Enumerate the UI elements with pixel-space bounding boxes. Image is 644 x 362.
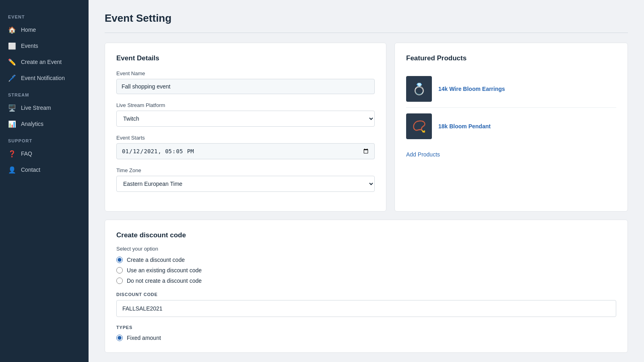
live-stream-icon: 🖥️ [8,104,16,112]
radio-create[interactable]: Create a discount code [116,257,616,263]
sidebar-item-faq[interactable]: ❓FAQ [0,146,89,162]
add-products-link[interactable]: Add Products [406,151,440,158]
radio-existing-input[interactable] [116,267,123,274]
radio-none-label: Do not create a discount code [127,278,202,284]
contact-icon: 👤 [8,166,16,174]
sidebar: EVENT🏠Home⬜Events✏️Create an Event🖊️Even… [0,0,89,362]
event-name-group: Event Name [116,70,375,94]
event-name-label: Event Name [116,70,375,76]
events-icon: ⬜ [8,42,16,50]
sidebar-section-label-stream: STREAM [0,86,89,100]
sidebar-item-label-analytics: Analytics [21,121,43,127]
product-item: 💍 14k Wire Bloom Earrings [406,70,616,108]
product-name-1[interactable]: 14k Wire Bloom Earrings [438,86,505,92]
event-details-title: Event Details [116,54,375,62]
timezone-group: Time Zone Eastern European Time Eastern … [116,167,375,192]
discount-card: Create discount code Select your option … [105,220,628,353]
event-starts-group: Event Starts [116,135,375,159]
timezone-label: Time Zone [116,167,375,173]
radio-fixed-input[interactable] [116,335,123,341]
sidebar-item-live-stream[interactable]: 🖥️Live Stream [0,100,89,116]
radio-none-input[interactable] [116,278,123,284]
platform-select[interactable]: Twitch YouTube Facebook Instagram [116,111,375,127]
faq-icon: ❓ [8,150,16,158]
radio-create-input[interactable] [116,257,123,263]
timezone-select[interactable]: Eastern European Time Eastern Standard T… [116,176,375,192]
page-title: Event Setting [105,12,628,25]
types-label: TYPES [116,325,616,330]
event-name-input[interactable] [116,79,375,94]
discount-code-label: DISCOUNT CODE [116,292,616,297]
sidebar-item-label-home: Home [21,27,36,33]
top-row: Event Details Event Name Live Stream Pla… [105,43,628,212]
sidebar-item-home[interactable]: 🏠Home [0,22,89,38]
main-content: Event Setting Event Details Event Name L… [89,0,644,362]
platform-group: Live Stream Platform Twitch YouTube Face… [116,102,375,127]
product-thumb-2: 📿 [406,113,432,139]
platform-label: Live Stream Platform [116,102,375,108]
discount-code-input[interactable] [116,300,616,317]
featured-products-card: Featured Products 💍 14k Wire Bloom Earri… [394,43,628,212]
sidebar-item-label-create-an-event: Create an Event [21,59,62,65]
product-name-2[interactable]: 18k Bloom Pendant [438,123,491,130]
sidebar-item-label-events: Events [21,43,38,49]
sidebar-item-event-notification[interactable]: 🖊️Event Notification [0,70,89,86]
radio-create-label: Create a discount code [127,257,185,263]
sidebar-section-label-support: SUPPORT [0,132,89,146]
sidebar-section-label-event: EVENT [0,8,89,22]
sidebar-item-create-an-event[interactable]: ✏️Create an Event [0,54,89,70]
event-starts-input[interactable] [116,143,375,159]
sidebar-section-support: SUPPORT❓FAQ👤Contact [0,132,89,178]
sidebar-section-stream: STREAM🖥️Live Stream📊Analytics [0,86,89,132]
product-item-2: 📿 18k Bloom Pendant [406,108,616,145]
analytics-icon: 📊 [8,120,16,128]
sidebar-item-label-faq: FAQ [21,150,32,157]
divider [105,33,628,33]
radio-none[interactable]: Do not create a discount code [116,278,616,284]
create-an-event-icon: ✏️ [8,58,16,66]
radio-existing-label: Use an existing discount code [127,267,202,274]
sidebar-item-label-event-notification: Event Notification [21,75,65,81]
home-icon: 🏠 [8,26,16,34]
sidebar-item-events[interactable]: ⬜Events [0,38,89,54]
discount-card-title: Create discount code [116,231,616,239]
sidebar-item-label-live-stream: Live Stream [21,105,51,111]
select-option-label: Select your option [116,246,616,252]
sidebar-item-label-contact: Contact [21,167,40,173]
sidebar-item-analytics[interactable]: 📊Analytics [0,116,89,132]
event-details-card: Event Details Event Name Live Stream Pla… [105,43,386,212]
radio-fixed-label: Fixed amount [127,335,161,341]
discount-radio-group: Create a discount code Use an existing d… [116,257,616,284]
sidebar-section-event: EVENT🏠Home⬜Events✏️Create an Event🖊️Even… [0,8,89,86]
featured-products-title: Featured Products [406,54,616,62]
sidebar-item-contact[interactable]: 👤Contact [0,162,89,178]
event-notification-icon: 🖊️ [8,74,16,82]
event-starts-label: Event Starts [116,135,375,141]
radio-existing[interactable]: Use an existing discount code [116,267,616,274]
radio-fixed[interactable]: Fixed amount [116,335,616,341]
product-thumb-1: 💍 [406,76,432,102]
